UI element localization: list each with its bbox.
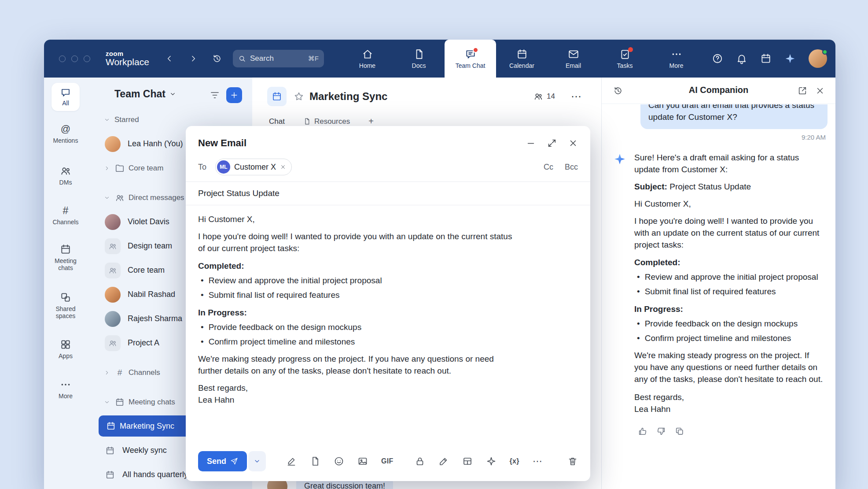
filter-button[interactable] [210, 90, 220, 100]
notifications-icon[interactable] [736, 53, 747, 64]
tab-resources[interactable]: Resources [303, 117, 350, 126]
star-channel-button[interactable] [294, 91, 304, 102]
ai-sparkle-icon [613, 152, 626, 415]
ai-compose-button[interactable] [486, 456, 497, 467]
minimize-icon[interactable] [526, 138, 536, 148]
remove-recipient-icon[interactable] [280, 164, 286, 170]
thumbs-up-icon[interactable] [638, 426, 647, 436]
signature-button[interactable] [286, 456, 297, 467]
ai-outro: We're making steady progress on the proj… [634, 349, 824, 385]
new-chat-button[interactable] [226, 87, 242, 103]
ai-inprogress-heading: In Progress: [634, 303, 824, 315]
cc-button[interactable]: Cc [544, 163, 553, 172]
channel-title: Marketing Sync [309, 90, 387, 103]
email-body-editor[interactable]: Hi Customer X, I hope you're doing well!… [186, 205, 590, 406]
subject-label: Subject: [634, 182, 667, 191]
user-avatar[interactable] [809, 49, 827, 68]
nav-team-chat[interactable]: Team Chat [445, 40, 496, 78]
ai-reply-text: Sure! Here's a draft email asking for a … [634, 152, 824, 415]
nav-email[interactable]: Email [548, 40, 599, 78]
rail-label: More [59, 393, 73, 400]
chevron-down-icon [169, 91, 176, 97]
send-button[interactable]: Send [198, 451, 247, 471]
nav-tasks[interactable]: Tasks [599, 40, 651, 78]
discard-draft-button[interactable] [567, 456, 578, 467]
people-icon [115, 193, 125, 203]
calendar-date-icon[interactable] [760, 53, 772, 64]
email-icon [568, 48, 579, 60]
channel-tabs: Chat Resources + [252, 116, 601, 126]
templates-button[interactable] [310, 456, 320, 467]
back-button[interactable] [162, 51, 177, 66]
rail-item-shared-spaces[interactable]: Shared spaces [44, 292, 87, 319]
emoji-icon [334, 456, 344, 467]
bullet-text: Provide feedback on the design mockups [209, 321, 362, 333]
expand-icon[interactable] [547, 138, 557, 148]
pop-out-button[interactable] [798, 86, 807, 96]
encrypt-button[interactable] [415, 456, 425, 467]
thumbs-down-icon[interactable] [656, 426, 666, 436]
add-tab-button[interactable]: + [368, 116, 374, 126]
rail-label: Channels [52, 219, 78, 226]
zoom-window-button[interactable] [84, 56, 90, 62]
people-icon [108, 242, 117, 251]
member-count: 14 [547, 92, 555, 101]
insert-image-button[interactable] [357, 456, 368, 467]
nav-calendar[interactable]: Calendar [496, 40, 548, 78]
rail-item-more[interactable]: More [44, 379, 87, 400]
nav-more[interactable]: More [651, 40, 702, 78]
ai-sparkle-icon[interactable] [784, 53, 796, 64]
variables-button[interactable]: {x} [510, 457, 519, 465]
people-icon [108, 266, 117, 275]
ai-conversation[interactable]: Can you draft an email that provides a s… [602, 104, 835, 489]
recipient-chip[interactable]: ML Customer X [215, 159, 292, 175]
nav-label: Email [566, 62, 581, 69]
bcc-button[interactable]: Bcc [565, 163, 578, 172]
tab-label: Resources [314, 117, 350, 126]
section-label: Starred [114, 115, 139, 124]
ai-intro: Sure! Here's a draft email asking for a … [634, 152, 824, 175]
plus-icon [230, 91, 239, 100]
chevron-down-icon [104, 195, 110, 201]
history-button[interactable] [210, 51, 224, 66]
channel-more-button[interactable]: ⋯ [571, 90, 582, 103]
rail-item-apps[interactable]: Apps [44, 339, 87, 359]
close-icon[interactable] [568, 138, 578, 148]
chevron-right-icon [104, 370, 110, 376]
section-label: Meeting chats [129, 398, 175, 407]
toolbar-more-button[interactable]: ⋯ [533, 456, 543, 467]
nav-docs[interactable]: Docs [393, 40, 445, 78]
copy-icon[interactable] [675, 426, 684, 436]
sidebar-title-dropdown[interactable]: Team Chat [114, 88, 176, 100]
rail-item-mentions[interactable]: @ Mentions [44, 123, 87, 144]
ellipsis-icon [60, 379, 71, 390]
rail-item-all[interactable]: All [51, 83, 80, 111]
nav-label: Docs [412, 62, 426, 69]
ai-close-button[interactable] [815, 86, 825, 96]
rail-item-meeting-chats[interactable]: Meeting chats [44, 244, 87, 271]
rail-item-dms[interactable]: DMs [44, 165, 87, 186]
rail-item-channels[interactable]: # Channels [44, 205, 87, 226]
email-signoff: Best regards, [198, 382, 513, 394]
ai-bullet: Provide feedback on the design mockups [634, 318, 824, 330]
help-icon[interactable] [712, 53, 723, 64]
gif-button[interactable]: GIF [381, 457, 394, 465]
edit-button[interactable] [438, 456, 449, 467]
layout-button[interactable] [462, 456, 473, 467]
send-options-button[interactable] [248, 451, 266, 471]
close-window-button[interactable] [59, 56, 66, 62]
hash-icon: # [63, 205, 69, 216]
rail-label: DMs [59, 179, 72, 186]
unread-badge [628, 47, 633, 52]
members-button[interactable]: 14 [533, 92, 555, 101]
nav-home[interactable]: Home [342, 40, 393, 78]
forward-button[interactable] [186, 51, 201, 66]
resources-icon [303, 118, 311, 125]
emoji-button[interactable] [334, 456, 344, 467]
tab-chat[interactable]: Chat [269, 117, 285, 126]
search-input[interactable]: Search ⌘F [233, 50, 324, 67]
logo-workplace: Workplace [106, 57, 149, 67]
subject-field[interactable]: Project Status Update [186, 182, 590, 205]
minimize-window-button[interactable] [71, 56, 78, 62]
sidebar-item-lea-rajesh[interactable]: Lea/Rajesh 1:1 [87, 487, 252, 489]
